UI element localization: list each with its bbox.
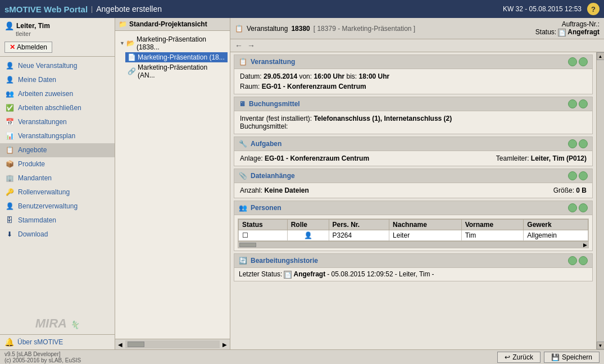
person-table: Status Rolle Pers. Nr. Nachname Vorname … <box>238 219 588 241</box>
veranstaltung-ctrl-2[interactable] <box>579 57 588 66</box>
sidebar-item-benutzerverwaltung[interactable]: 👤 Benutzerverwaltung <box>0 199 115 213</box>
tree-header-label: Standard-Projektansicht <box>129 20 207 28</box>
vscroll-down[interactable]: ▼ <box>597 342 605 349</box>
status-icon: 📄 <box>558 29 566 37</box>
event-label: Veranstaltung <box>247 25 288 33</box>
person-table-inner[interactable]: Status Rolle Pers. Nr. Nachname Vorname … <box>238 219 588 241</box>
col-gewerk: Gewerk <box>524 220 588 230</box>
nav-icon-neue-veranstaltung: 👤 <box>4 61 15 70</box>
date-label: Datum: <box>240 72 262 80</box>
sidebar-item-rollenverwaltung[interactable]: 🔑 Rollenverwaltung <box>0 185 115 199</box>
personen-ctrl-1[interactable] <box>568 203 577 212</box>
nav-label-rollenverwaltung: Rollenverwaltung <box>18 188 70 196</box>
col-nachname: Nachname <box>389 220 462 230</box>
buchungsmittel-ctrl-1[interactable] <box>568 99 577 108</box>
about-smotive[interactable]: 🔔 Über sMOTIVE <box>0 334 115 349</box>
tree-child-2[interactable]: 🔗 Marketing-Präsentation (AN... <box>125 62 228 80</box>
sidebar-item-arbeiten-zuweisen[interactable]: 👥 Arbeiten zuweisen <box>0 87 115 101</box>
row-rolle: 👤 <box>287 230 329 241</box>
bearbeitungshistorie-ctrl-1[interactable] <box>568 256 577 265</box>
nav-icon-stammdaten: 🗄 <box>4 216 15 225</box>
nav-forward-arrow[interactable]: → <box>247 41 255 50</box>
buchungsmittel-label: Buchungsmittel: <box>240 122 288 130</box>
aufgaben-ctrl-1[interactable] <box>568 139 577 148</box>
sidebar-item-stammdaten[interactable]: 🗄 Stammdaten <box>0 213 115 228</box>
section-bearbeitungshistorie-header: 🔄 Bearbeitungshistorie <box>234 254 592 268</box>
section-veranstaltung: 📋 Veranstaltung Datum: 29.05.2014 von: <box>234 54 593 94</box>
personen-ctrl-2[interactable] <box>579 203 588 212</box>
event-info: 📋 Veranstaltung 18380 [ 18379 - Marketin… <box>235 25 415 33</box>
section-veranstaltung-header: 📋 Veranstaltung <box>234 55 592 69</box>
nav-label-stammdaten: Stammdaten <box>18 216 56 224</box>
event-number: 18380 <box>291 25 310 33</box>
teamleiter-label: Teamleiter: <box>496 154 529 162</box>
veranstaltung-ctrl-1[interactable] <box>568 57 577 66</box>
nav-icon-produkte: 📦 <box>4 160 15 169</box>
tree-folder-root-icon: 📂 <box>126 39 135 47</box>
copyright-text: (c) 2005-2016 by sLAB, EuSIS <box>4 357 81 363</box>
nav-label-meine-daten: Meine Daten <box>18 76 56 84</box>
aufgaben-ctrl-2[interactable] <box>579 139 588 148</box>
content-nav: ← → <box>230 39 604 52</box>
anlage-label: Anlage: <box>240 154 263 162</box>
version-info: v9.5 [sLAB Developer] (c) 2005-2016 by s… <box>4 351 81 363</box>
table-row: ☐ 👤 P3264 Leiter Tim Allgemein <box>239 230 588 241</box>
nav-label-neue-veranstaltung: Neue Veranstaltung <box>18 62 77 70</box>
logout-button[interactable]: ✕ Abmelden <box>4 42 52 53</box>
dateianhange-ctrl-1[interactable] <box>568 171 577 180</box>
nav-label-produkte: Produkte <box>18 160 45 168</box>
sidebar-item-neue-veranstaltung[interactable]: 👤 Neue Veranstaltung <box>0 59 115 73</box>
person-hscroll-right[interactable]: ▶ <box>582 242 588 248</box>
help-button[interactable]: ? <box>587 3 600 15</box>
sidebar: 👤 Leiter, Tim tleiter ✕ Abmelden 👤 Neue … <box>0 18 115 349</box>
tree-right-arrow[interactable]: ▶ <box>221 341 229 348</box>
buchungsmittel-ctrl-2[interactable] <box>579 99 588 108</box>
aufgaben-content: Anlage: EG-01 - Konferenzraum Centrum <box>240 154 369 162</box>
person-hscroll[interactable]: ▶ <box>238 241 588 248</box>
sidebar-item-veranstaltungsplan[interactable]: 📊 Veranstaltungsplan <box>0 129 115 143</box>
back-button[interactable]: ↩ Zurück <box>497 352 541 363</box>
dateianhange-icon: 📎 <box>239 172 247 180</box>
tree-child-1-text: Marketing-Präsentation (18... <box>138 53 225 61</box>
nav-icon-angebote: 📋 <box>4 145 15 154</box>
content-scrollable[interactable]: 📋 Veranstaltung Datum: 29.05.2014 von: <box>230 52 596 349</box>
tree-node-root-label[interactable]: ▼ 📂 Marketing-Präsentation (1838... <box>117 34 228 52</box>
save-button[interactable]: 💾 Speichern <box>544 352 600 363</box>
buchungsmittel-row: Buchungsmittel: <box>240 122 587 130</box>
dateianhange-row: Anzahl: Keine Dateien Größe: 0 B <box>240 186 587 194</box>
section-buchungsmittel-header: 🖥 Buchungsmittel <box>234 97 592 111</box>
personen-controls <box>568 203 588 212</box>
section-dateianhange-title: 📎 Dateianhänge <box>239 172 295 180</box>
tree-left-arrow[interactable]: ◀ <box>116 341 124 348</box>
footer: v9.5 [sLAB Developer] (c) 2005-2016 by s… <box>0 349 604 364</box>
nav-back-arrow[interactable]: ← <box>235 41 243 50</box>
content-with-scroll: 📋 Veranstaltung Datum: 29.05.2014 von: <box>230 52 604 349</box>
status-label: Status: <box>535 28 556 36</box>
vscroll-up[interactable]: ▲ <box>597 52 605 60</box>
user-name: Leiter, Tim <box>16 22 50 30</box>
sidebar-item-mandanten[interactable]: 🏢 Mandanten <box>0 171 115 185</box>
app-title: sMOTIVE Web Portal <box>4 4 88 14</box>
nav-label-download: Download <box>18 230 48 238</box>
from-value: 16:00 Uhr <box>314 72 344 80</box>
tree-scrollbar-h[interactable] <box>125 340 220 348</box>
sidebar-item-meine-daten[interactable]: 👤 Meine Daten <box>0 73 115 87</box>
aufgaben-row: Anlage: EG-01 - Konferenzraum Centrum Te… <box>240 154 587 162</box>
sidebar-item-veranstaltungen[interactable]: 📅 Veranstaltungen <box>0 115 115 129</box>
sidebar-item-arbeiten-abschliessen[interactable]: ✅ Arbeiten abschließen <box>0 101 115 115</box>
sidebar-item-angebote[interactable]: 📋 Angebote <box>0 143 115 157</box>
tree-child-1[interactable]: 📄 Marketing-Präsentation (18... <box>125 52 228 62</box>
sidebar-item-produkte[interactable]: 📦 Produkte <box>0 157 115 171</box>
row-status: ☐ <box>239 230 288 241</box>
tree-folder-icon: 📁 <box>119 20 127 28</box>
anzahl-value: Keine Dateien <box>264 186 308 194</box>
section-buchungsmittel: 🖥 Buchungsmittel Inventar (fest installi… <box>234 97 593 134</box>
date-value: 29.05.2014 <box>264 72 297 80</box>
sidebar-item-download[interactable]: ⬇ Download <box>0 228 115 242</box>
content-vscroll[interactable]: ▲ ▼ <box>596 52 604 349</box>
nav-icon-veranstaltungen: 📅 <box>4 117 15 126</box>
dateianhange-ctrl-2[interactable] <box>579 171 588 180</box>
hist-user: Leiter, Tim <box>399 270 430 278</box>
bearbeitungshistorie-ctrl-2[interactable] <box>579 256 588 265</box>
about-icon: 🔔 <box>4 338 14 347</box>
